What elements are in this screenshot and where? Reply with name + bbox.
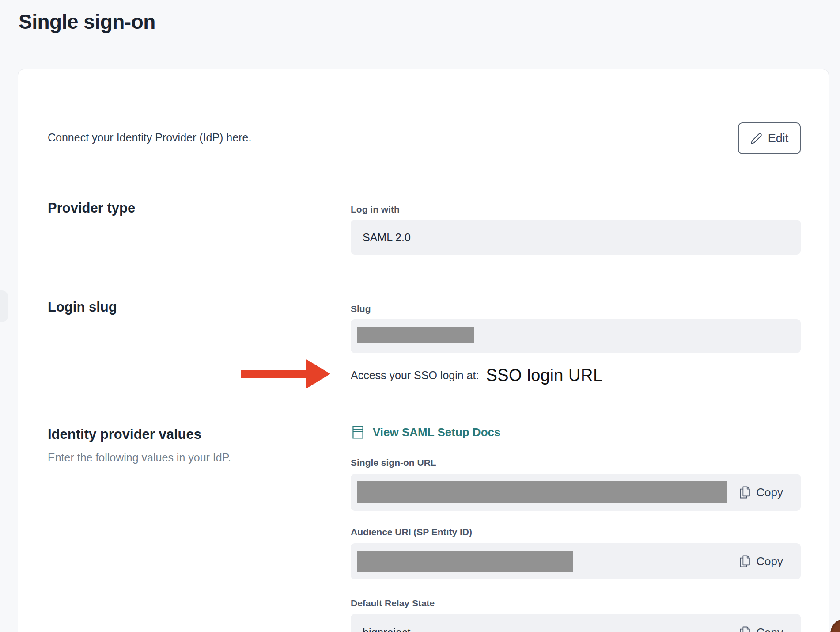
corner-widget[interactable] bbox=[830, 618, 840, 632]
provider-type-value: SAML 2.0 bbox=[363, 231, 411, 244]
intro-text: Connect your Identity Provider (IdP) her… bbox=[48, 131, 251, 144]
copy-sso-url-button[interactable]: Copy bbox=[739, 486, 783, 499]
copy-button-label: Copy bbox=[756, 486, 783, 499]
idp-values-subheading: Enter the following values in your IdP. bbox=[48, 451, 231, 464]
copy-icon bbox=[739, 486, 750, 499]
drawer-handle[interactable] bbox=[0, 290, 8, 322]
section-heading-login-slug: Login slug bbox=[48, 299, 117, 315]
redacted-sso-url-value bbox=[357, 481, 727, 503]
copy-icon bbox=[739, 626, 750, 632]
copy-button-label: Copy bbox=[756, 555, 783, 568]
redacted-slug-value bbox=[357, 327, 474, 343]
red-arrow bbox=[241, 370, 306, 378]
audience-uri-label: Audience URI (SP Entity ID) bbox=[351, 527, 472, 537]
sso-login-annotation: Access your SSO login at: SSO login URL bbox=[351, 363, 603, 388]
sso-settings-card: Connect your Identity Provider (IdP) her… bbox=[18, 69, 829, 632]
section-heading-idp-values: Identity provider values bbox=[48, 426, 201, 442]
section-heading-provider-type: Provider type bbox=[48, 200, 135, 216]
redacted-audience-uri-value bbox=[357, 551, 573, 572]
edit-button-label: Edit bbox=[768, 132, 789, 145]
saml-docs-link[interactable]: View SAML Setup Docs bbox=[352, 426, 500, 439]
saml-docs-link-label: View SAML Setup Docs bbox=[373, 426, 500, 439]
copy-button-label: Copy bbox=[756, 626, 783, 632]
docs-icon bbox=[352, 426, 364, 439]
audience-uri-field: Copy bbox=[351, 543, 801, 579]
slug-label: Slug bbox=[351, 304, 371, 314]
relay-state-label: Default Relay State bbox=[351, 598, 435, 609]
access-prefix-text: Access your SSO login at: bbox=[351, 369, 479, 382]
copy-relay-state-button[interactable]: Copy bbox=[739, 626, 783, 632]
sso-url-label: Single sign-on URL bbox=[351, 457, 436, 468]
sso-url-field: Copy bbox=[351, 474, 801, 511]
relay-state-field: bigproject Copy bbox=[351, 614, 801, 632]
pencil-icon bbox=[750, 133, 762, 145]
copy-icon bbox=[739, 555, 750, 568]
provider-type-field: SAML 2.0 bbox=[351, 220, 801, 255]
edit-button[interactable]: Edit bbox=[738, 122, 801, 154]
page-title: Single sign-on bbox=[19, 10, 155, 34]
red-arrow-head bbox=[306, 359, 330, 389]
login-with-label: Log in with bbox=[351, 204, 400, 215]
sso-login-url-text: SSO login URL bbox=[486, 366, 602, 385]
slug-field bbox=[351, 319, 801, 353]
relay-state-value: bigproject bbox=[363, 626, 410, 632]
copy-audience-uri-button[interactable]: Copy bbox=[739, 555, 783, 568]
